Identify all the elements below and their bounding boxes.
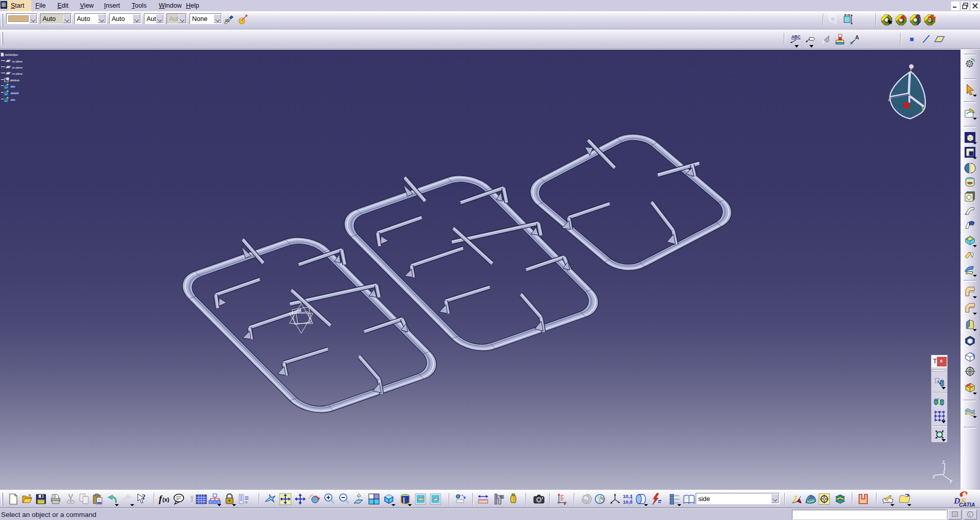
svg-text:i: i [969,512,970,517]
svg-text:CATIA: CATIA [959,502,975,508]
svg-text:?: ? [142,493,145,501]
svg-text:=: = [245,500,247,505]
svg-text:10,0: 10,0 [623,499,633,505]
svg-text:z: z [910,68,912,73]
svg-text:y: y [949,478,953,484]
svg-text:x: x [932,474,935,480]
svg-text:y: y [922,105,924,110]
svg-text:x: x [888,97,890,102]
svg-text:z: z [942,459,945,465]
svg-text:10,1: 10,1 [623,493,633,499]
svg-text:(x): (x) [162,496,170,503]
